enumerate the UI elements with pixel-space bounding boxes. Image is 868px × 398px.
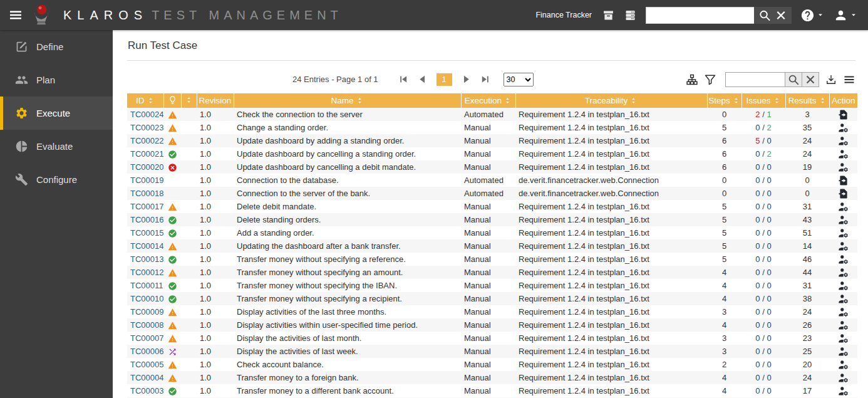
manual-run-icon[interactable] [838, 385, 849, 397]
testcase-link[interactable]: TC00009 [130, 307, 163, 317]
issues-cell: 0 / 0 [741, 371, 785, 384]
testcase-link[interactable]: TC00008 [130, 320, 163, 330]
user-menu[interactable] [834, 8, 858, 23]
column-header-id[interactable]: ID [127, 93, 163, 108]
execution-cell: Manual [461, 239, 515, 253]
testcase-link[interactable]: TC00005 [130, 360, 163, 369]
automated-run-icon[interactable] [838, 175, 849, 186]
status-cell [163, 384, 181, 397]
manual-run-icon[interactable] [838, 201, 849, 212]
manual-run-icon[interactable] [838, 293, 849, 305]
table-search-input[interactable] [726, 73, 785, 86]
automated-run-icon[interactable] [838, 109, 849, 120]
testcase-link[interactable]: TC00010 [130, 294, 163, 303]
table-row: TC000111.0Transfer money without specify… [127, 279, 857, 292]
manual-run-icon[interactable] [838, 346, 849, 357]
revision-cell: 1.0 [197, 174, 234, 187]
manual-run-icon[interactable] [838, 372, 849, 384]
testcase-link[interactable]: TC00018 [130, 189, 163, 198]
table-row: TC000191.0Connection to the database.Aut… [127, 174, 857, 187]
table-search-button[interactable] [785, 73, 802, 86]
column-header-execution[interactable]: Execution [461, 93, 515, 108]
testcase-link[interactable]: TC00006 [130, 347, 163, 356]
testcase-link[interactable]: TC00004 [130, 373, 163, 382]
global-search-clear-button[interactable] [773, 8, 789, 23]
sidebar-item-execute[interactable]: Execute [0, 97, 113, 130]
sidebar-item-evaluate[interactable]: Evaluate [0, 130, 113, 163]
sidebar-item-plan[interactable]: Plan [0, 63, 113, 97]
results-cell: 24 [785, 305, 829, 318]
column-header-sort[interactable] [181, 93, 197, 108]
manual-run-icon[interactable] [838, 135, 849, 147]
column-header-name[interactable]: Name [234, 93, 461, 108]
testcase-link[interactable]: TC00007 [130, 333, 163, 343]
manual-run-icon[interactable] [838, 320, 849, 331]
testcase-link[interactable]: TC00017 [130, 202, 163, 211]
traceability-cell: Requirement 1.2.4 in testplan_16.txt [515, 108, 707, 121]
sort-icon [819, 97, 827, 105]
testcase-link[interactable]: TC00014 [130, 241, 163, 251]
manual-run-icon[interactable] [838, 122, 849, 134]
manual-run-icon[interactable] [838, 280, 849, 291]
testcase-link[interactable]: TC00015 [130, 228, 163, 238]
archive-project-icon[interactable] [602, 9, 615, 22]
sidebar-item-define[interactable]: Define [0, 30, 113, 63]
last-page-button[interactable] [480, 74, 491, 85]
global-search-button[interactable] [757, 8, 773, 23]
manual-run-icon[interactable] [838, 267, 849, 278]
manual-run-icon[interactable] [838, 162, 849, 173]
revision-cell: 1.0 [197, 253, 234, 266]
manual-run-icon[interactable] [838, 359, 849, 370]
table-search-clear-button[interactable] [802, 73, 819, 86]
table-row: TC000031.0Transfer money to a different … [127, 384, 857, 397]
database-projects-icon[interactable] [624, 9, 637, 22]
hamburger-menu-icon[interactable] [8, 8, 23, 23]
manual-run-icon[interactable] [838, 254, 849, 265]
testcase-link[interactable]: TC00012 [130, 268, 163, 277]
manual-run-icon[interactable] [838, 306, 849, 318]
testcase-link[interactable]: TC00020 [130, 162, 163, 172]
column-menu-icon[interactable] [843, 73, 855, 86]
current-page-button[interactable]: 1 [437, 73, 452, 86]
sort-spacer-cell [181, 134, 197, 147]
issues-cell: 0 / 0 [741, 160, 785, 174]
filter-icon[interactable] [704, 73, 716, 86]
testcase-id-cell: TC00012 [127, 266, 163, 279]
manual-run-icon[interactable] [838, 241, 849, 252]
column-label: Name [331, 96, 353, 105]
column-header-issues[interactable]: Issues [741, 93, 785, 108]
hierarchy-view-icon[interactable] [686, 73, 698, 86]
export-download-icon[interactable] [825, 73, 837, 86]
column-header-traceability[interactable]: Traceability [515, 93, 707, 108]
next-page-button[interactable] [461, 74, 472, 85]
manual-run-icon[interactable] [838, 149, 849, 160]
page-size-select[interactable]: 30 [504, 73, 534, 86]
testcase-id-cell: TC00021 [127, 147, 163, 160]
manual-run-icon[interactable] [838, 333, 849, 344]
testcase-link[interactable]: TC00013 [130, 254, 163, 264]
testcase-link[interactable]: TC00022 [130, 136, 163, 145]
success-icon [168, 281, 177, 291]
manual-run-icon[interactable] [838, 228, 849, 239]
column-header-steps[interactable]: Steps [707, 93, 741, 108]
testcase-link[interactable]: TC00021 [130, 149, 163, 159]
previous-page-button[interactable] [417, 74, 428, 85]
testcase-link[interactable]: TC00023 [130, 123, 163, 132]
active-project-label[interactable]: Finance Tracker [535, 11, 592, 19]
sidebar-item-configure[interactable]: Configure [0, 163, 113, 196]
manual-run-icon[interactable] [838, 214, 849, 226]
testcase-link[interactable]: TC00011 [130, 281, 163, 290]
global-search-input[interactable] [646, 7, 754, 24]
steps-cell: 6 [707, 160, 741, 174]
table-body: TC000241.0Check the connection to the se… [127, 108, 857, 398]
column-header-results[interactable]: Results [785, 93, 829, 108]
traceability-cell: Requirement 1.2.4 in testplan_16.txt [515, 358, 707, 371]
testcase-link[interactable]: TC00019 [130, 175, 163, 185]
issues-cell: 0 / 0 [741, 200, 785, 213]
first-page-button[interactable] [398, 74, 408, 85]
testcase-link[interactable]: TC00016 [130, 215, 163, 224]
help-menu[interactable] [800, 8, 825, 23]
testcase-link[interactable]: TC00024 [130, 110, 163, 119]
automated-run-icon[interactable] [838, 188, 849, 199]
testcase-link[interactable]: TC00003 [130, 386, 163, 395]
